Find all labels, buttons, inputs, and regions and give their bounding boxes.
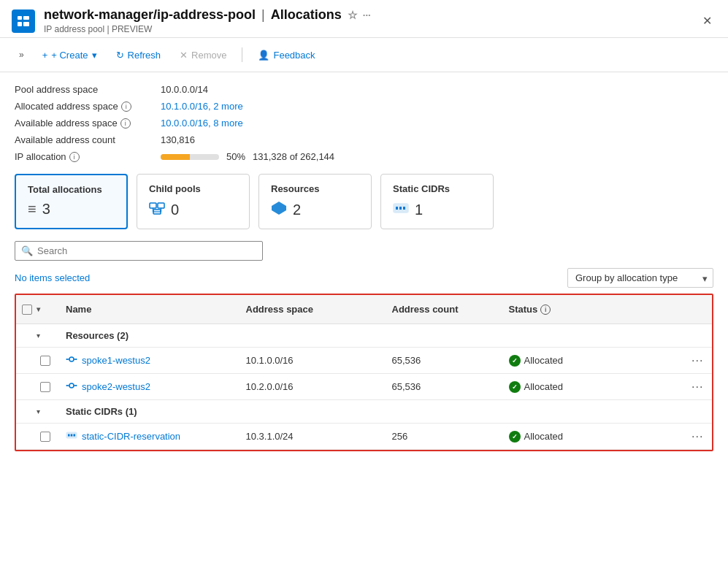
header-chevron-icon[interactable]: ▾ [37, 305, 40, 313]
create-button[interactable]: + + Create ▾ [34, 45, 105, 65]
select-all-checkbox[interactable] [22, 305, 32, 315]
row3-more-button[interactable]: ··· [689, 427, 706, 445]
card-value-child-pools: 0 [149, 200, 237, 220]
title-text: network-manager/ip-address-pool | Alloca… [44, 7, 371, 34]
th-actions [683, 301, 712, 318]
th-name: Name [60, 301, 240, 318]
info-section: Pool address space 10.0.0.0/14 Allocated… [15, 84, 713, 162]
search-input-wrap: 🔍 [15, 241, 263, 261]
card-value-resources: 2 [271, 200, 359, 220]
row3-status: Allocated [503, 425, 683, 448]
refresh-label: Refresh [128, 50, 161, 61]
row2-more-cell: ··· [683, 375, 712, 399]
total-allocations-card[interactable]: Total allocations ≡ 3 [15, 174, 128, 229]
star-icon[interactable]: ☆ [348, 9, 357, 22]
row1-address-space: 10.1.0.0/16 [240, 349, 386, 372]
progress-detail: 131,328 of 262,144 [253, 151, 334, 162]
svg-rect-22 [74, 434, 76, 437]
create-icon: + [42, 50, 48, 61]
available-space-info-icon[interactable]: i [120, 118, 131, 129]
filter-row: No items selected Group by allocation ty… [15, 268, 713, 288]
row2-name[interactable]: spoke2-westus2 [60, 374, 240, 399]
toolbar-separator [242, 47, 242, 62]
available-address-space-value[interactable]: 10.0.0.0/16, 8 more [161, 118, 713, 129]
svg-point-16 [76, 359, 77, 360]
create-chevron-icon: ▾ [92, 50, 97, 61]
row2-address-space: 10.2.0.0/16 [240, 375, 386, 398]
th-status: Status i [503, 301, 683, 318]
allocated-address-space-value[interactable]: 10.1.0.0/16, 2 more [161, 101, 713, 112]
ip-allocation-info-icon[interactable]: i [69, 152, 80, 162]
row3-more-cell: ··· [683, 424, 712, 449]
resources-card[interactable]: Resources 2 [258, 174, 372, 229]
feedback-button[interactable]: 👤 Feedback [250, 45, 323, 65]
svg-marker-10 [272, 202, 286, 215]
refresh-button[interactable]: ↻ Refresh [108, 45, 169, 65]
refresh-icon: ↻ [116, 50, 124, 61]
row3-checkbox-cell [16, 426, 60, 448]
row3-status-label: Allocated [524, 431, 563, 442]
group-by-select[interactable]: Group by allocation type No grouping [567, 268, 713, 288]
pool-address-space-value: 10.0.0.0/14 [161, 84, 713, 95]
vnet-icon [66, 380, 77, 394]
table-header: ▾ Name Address space Address count Statu… [16, 295, 712, 324]
create-label: + Create [51, 50, 88, 61]
status-info-icon[interactable]: i [540, 305, 551, 315]
row3-status-icon [509, 431, 521, 443]
svg-rect-14 [403, 207, 405, 210]
row1-checkbox-cell [16, 350, 60, 372]
row1-name[interactable]: spoke1-westus2 [60, 348, 240, 373]
ip-allocation-progress: 50% 131,328 of 262,144 [161, 151, 713, 162]
row2-status: Allocated [503, 375, 683, 399]
card-title-resources: Resources [271, 183, 359, 194]
remove-icon: ✕ [180, 50, 188, 61]
breadcrumb-expand[interactable]: » [12, 44, 31, 66]
row3-name[interactable]: static-CIDR-reservation [60, 424, 240, 449]
group-resources-header: ▾ Resources (2) [16, 324, 712, 348]
table-row: spoke1-westus2 10.1.0.0/16 65,536 Alloca… [16, 348, 712, 374]
row1-status-label: Allocated [524, 355, 563, 366]
available-address-space-label: Available address space i [15, 118, 161, 129]
static-cidrs-card[interactable]: Static CIDRs 1 [380, 174, 494, 229]
progress-bar-fill [161, 154, 190, 160]
row1-more-button[interactable]: ··· [689, 351, 706, 370]
group-cidrs-chevron-cell: ▾ [16, 402, 60, 421]
more-icon[interactable]: ··· [363, 9, 371, 20]
close-button[interactable]: ✕ [698, 12, 716, 29]
svg-point-15 [66, 359, 68, 360]
svg-rect-4 [150, 203, 156, 208]
svg-rect-12 [396, 207, 398, 210]
pool-icon [149, 200, 165, 220]
progress-percent: 50% [226, 151, 245, 162]
row2-checkbox-cell [16, 376, 60, 398]
allocated-address-space-label: Allocated address space i [15, 101, 161, 112]
row1-checkbox[interactable] [40, 356, 50, 366]
row2-address-count: 65,536 [386, 375, 503, 398]
allocated-info-icon[interactable]: i [121, 102, 131, 112]
row3-address-count: 256 [386, 425, 503, 448]
card-value-total: ≡ 3 [28, 201, 115, 218]
card-value-static-cidrs: 1 [393, 200, 481, 220]
available-address-count-label: Available address count [15, 134, 161, 145]
allocations-table: ▾ Name Address space Address count Statu… [15, 294, 713, 451]
progress-bar-background [161, 154, 219, 160]
card-title-total: Total allocations [28, 184, 115, 195]
vnet-icon [66, 353, 77, 367]
th-address-count: Address count [386, 301, 503, 318]
row2-checkbox[interactable] [40, 382, 50, 392]
row2-more-button[interactable]: ··· [689, 378, 706, 396]
child-pools-card[interactable]: Child pools 0 [137, 174, 250, 229]
search-input[interactable] [37, 245, 256, 256]
list-icon: ≡ [28, 201, 37, 218]
static-cidrs-group-chevron-icon[interactable]: ▾ [37, 407, 40, 416]
cards-section: Total allocations ≡ 3 Child pools [15, 174, 713, 229]
available-address-count-value: 130,816 [161, 134, 713, 145]
window-actions: ✕ [698, 12, 716, 29]
resources-group-chevron-icon[interactable]: ▾ [37, 332, 40, 340]
row3-address-space: 10.3.1.0/24 [240, 425, 386, 448]
group-static-cidrs-label: Static CIDRs (1) [60, 400, 712, 423]
group-by-container: Group by allocation type No grouping [567, 268, 713, 288]
group-resources-chevron-cell: ▾ [16, 326, 60, 345]
remove-button[interactable]: ✕ Remove [172, 45, 234, 65]
row3-checkbox[interactable] [40, 432, 50, 442]
